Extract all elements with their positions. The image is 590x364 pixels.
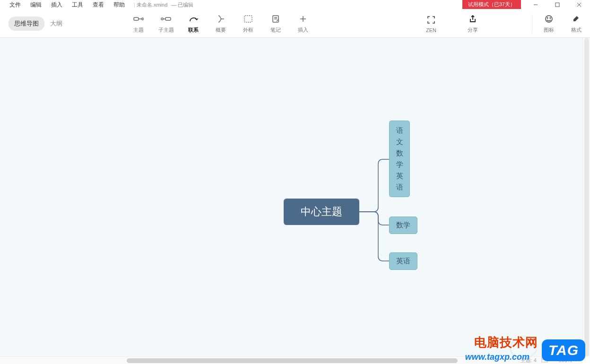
tool-relationship[interactable]: 联系 — [180, 11, 207, 35]
watermark-site-name: 电脑技术网 — [474, 334, 538, 351]
tool-format[interactable]: 格式 — [563, 13, 590, 34]
summary-icon — [217, 13, 225, 25]
document-title: | 未命名.xmind — 已编辑 — [132, 1, 193, 9]
relationship-icon — [189, 13, 198, 25]
share-icon — [469, 13, 477, 25]
smiley-icon — [545, 13, 553, 25]
tool-group-main: 主题 子主题 联系 概要 外框 — [125, 11, 317, 35]
tool-boundary[interactable]: 外框 — [234, 11, 262, 35]
doc-status: — 已编辑 — [171, 1, 193, 9]
menu-tools[interactable]: 工具 — [67, 0, 88, 10]
svg-point-18 — [547, 17, 548, 18]
tool-summary[interactable]: 概要 — [207, 11, 234, 35]
central-topic-node[interactable]: 中心主题 — [284, 199, 359, 225]
topic-icon — [133, 13, 144, 25]
zen-icon — [427, 14, 435, 26]
svg-rect-11 — [244, 16, 252, 22]
maximize-button[interactable] — [547, 0, 568, 9]
menu-edit[interactable]: 编辑 — [26, 0, 46, 10]
subtopic-node-3[interactable]: 英语 — [389, 252, 417, 270]
window-controls — [525, 0, 590, 9]
menu-insert[interactable]: 插入 — [46, 0, 67, 10]
connector-lines — [359, 121, 390, 262]
tool-zen[interactable]: ZEN — [417, 14, 445, 33]
notes-icon — [272, 13, 279, 25]
insert-icon — [299, 13, 307, 25]
tool-icons[interactable]: 图标 — [535, 13, 563, 34]
menu-bar: 文件 编辑 插入 工具 查看 帮助 | 未命名.xmind — 已编辑 — [0, 0, 193, 9]
horizontal-scroll-thumb[interactable] — [127, 358, 458, 363]
close-button[interactable] — [568, 0, 590, 9]
view-tabs: 思维导图 大纲 — [0, 17, 68, 31]
tool-share[interactable]: 分享 — [459, 13, 486, 34]
svg-rect-6 — [142, 18, 143, 20]
subtopic-node-2[interactable]: 数学 — [389, 217, 417, 234]
vertical-scroll-thumb[interactable] — [584, 38, 589, 356]
vertical-scrollbar[interactable] — [582, 38, 590, 356]
tab-mindmap[interactable]: 思维导图 — [9, 17, 44, 31]
tool-topic[interactable]: 主题 — [125, 11, 152, 35]
tool-subtopic[interactable]: 子主题 — [152, 11, 180, 35]
menu-file[interactable]: 文件 — [5, 0, 26, 10]
subtopic-icon — [161, 13, 171, 25]
svg-rect-4 — [134, 17, 139, 20]
boundary-icon — [244, 13, 252, 25]
watermark-site-url: www.tagxp.com — [465, 352, 529, 362]
tab-outline[interactable]: 大纲 — [44, 17, 68, 31]
subtopic-node-1[interactable]: 语 文 数 学 英 语 — [389, 121, 410, 197]
tool-notes[interactable]: 笔记 — [262, 11, 289, 35]
menu-view[interactable]: 查看 — [88, 0, 109, 10]
tool-insert[interactable]: 插入 — [289, 11, 317, 35]
svg-rect-1 — [555, 3, 559, 7]
svg-rect-7 — [161, 18, 163, 20]
svg-rect-9 — [165, 17, 171, 20]
format-icon — [572, 13, 581, 25]
trial-mode-badge[interactable]: 试用模式（已37天） — [462, 0, 521, 9]
toolbar: 思维导图 大纲 主题 子主题 联系 概要 — [0, 9, 590, 38]
menu-help[interactable]: 帮助 — [109, 0, 130, 10]
watermark-tag-badge: TAG — [542, 339, 585, 361]
title-bar: 文件 编辑 插入 工具 查看 帮助 | 未命名.xmind — 已编辑 试用模式… — [0, 0, 590, 9]
doc-filename: 未命名.xmind — [137, 1, 167, 9]
right-tools: ZEN 分享 图标 格式 — [417, 13, 590, 34]
minimize-button[interactable] — [525, 0, 547, 9]
mindmap-canvas[interactable]: 中心主题 语 文 数 学 英 语 数学 英语 — [0, 38, 590, 356]
svg-point-19 — [550, 17, 551, 18]
